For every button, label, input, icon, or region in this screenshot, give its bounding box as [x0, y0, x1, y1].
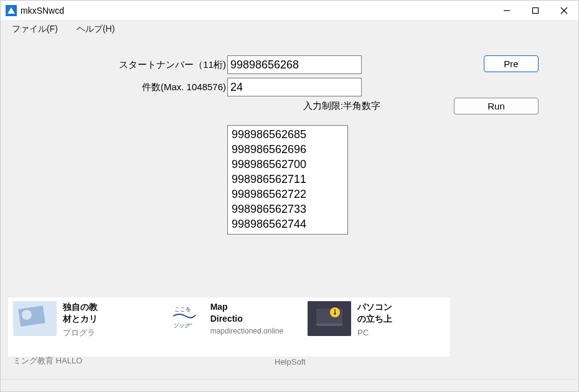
result-item: 998986562711	[232, 173, 306, 185]
ad-strip: 独自の教 材とカリ プログラ ここをソック" Map Directio mapd…	[8, 297, 450, 357]
titlebar: mkxSNwcd	[1, 1, 578, 21]
menu-file[interactable]: ファイル(F)	[8, 22, 62, 36]
maximize-button[interactable]	[521, 1, 550, 21]
result-item: 998986562722	[232, 188, 306, 200]
count-label: 件数(Max. 1048576)	[116, 82, 226, 93]
ad-title: Directio	[210, 313, 283, 325]
count-input[interactable]	[227, 78, 362, 96]
minimize-button[interactable]	[492, 1, 521, 21]
result-item: 998986562744	[232, 218, 306, 230]
app-window: mkxSNwcd ファイル(F) ヘルプ(H) スタートナンバー（11桁) 件数…	[0, 0, 579, 392]
client-area: スタートナンバー（11桁) 件数(Max. 1048576) 入力制限:半角数字…	[1, 38, 578, 379]
pre-button[interactable]: Pre	[484, 55, 539, 72]
ad-domain: mapdirectioned.online	[210, 326, 283, 336]
window-title: mkxSNwcd	[21, 6, 64, 16]
ad-title: Map	[210, 301, 283, 313]
run-button[interactable]: Run	[454, 98, 539, 114]
menubar: ファイル(F) ヘルプ(H)	[1, 21, 578, 38]
ad-title: の立ち上	[357, 313, 392, 325]
result-item: 998986562733	[232, 203, 306, 215]
ad-title: 材とカリ	[63, 313, 98, 325]
ad-subtitle: PC	[357, 327, 392, 338]
svg-text:ソック": ソック"	[173, 322, 192, 329]
result-item: 998986562700	[232, 158, 306, 170]
app-icon	[6, 5, 17, 16]
ad-title: 独自の教	[63, 301, 98, 313]
ad-title: パソコン	[357, 301, 392, 313]
results-listbox[interactable]: 998986562685 998986562696 998986562700 9…	[227, 125, 348, 235]
ad-thumb-icon	[308, 301, 351, 336]
ad-subtitle: プログラ	[63, 327, 98, 338]
close-button[interactable]	[550, 1, 578, 21]
ad-overflow-text: HelpSoft	[275, 357, 306, 366]
result-item: 998986562696	[232, 143, 306, 156]
ad-item[interactable]: 独自の教 材とカリ プログラ	[8, 297, 156, 357]
ad-thumb-icon: ここをソック"	[161, 301, 204, 336]
menu-help[interactable]: ヘルプ(H)	[73, 22, 118, 36]
result-item: 998986562685	[232, 128, 306, 141]
input-hint: 入力制限:半角数字	[303, 100, 380, 112]
svg-text:ここを: ここを	[174, 306, 191, 312]
ad-overflow-text: ミング教育 HALLO	[13, 355, 82, 366]
ad-item[interactable]: パソコン の立ち上 PC	[303, 297, 450, 357]
statusbar	[1, 379, 578, 391]
svg-rect-2	[533, 7, 539, 13]
ad-thumb-icon	[13, 301, 57, 336]
start-number-input[interactable]	[227, 55, 362, 74]
ad-item[interactable]: ここをソック" Map Directio mapdirectioned.onli…	[156, 297, 303, 357]
svg-point-7	[22, 310, 32, 320]
start-number-label: スタートナンバー（11桁)	[116, 59, 226, 71]
